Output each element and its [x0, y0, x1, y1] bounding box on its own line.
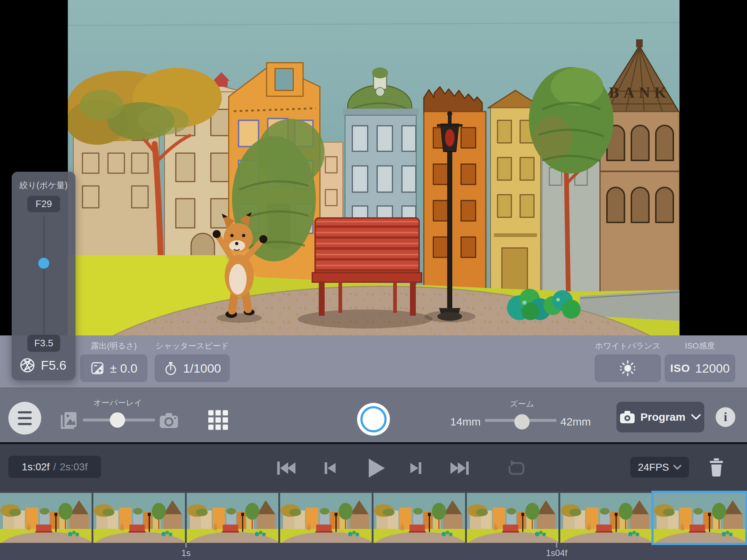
timeline-frame[interactable]	[467, 493, 558, 543]
trash-icon	[709, 458, 724, 477]
timeline-marker-label: 1s	[181, 548, 190, 558]
next-frame-icon	[408, 460, 424, 476]
skip-to-end-button[interactable]	[450, 460, 470, 476]
iso-button[interactable]: ISO 12000	[665, 354, 735, 382]
timecode-divider: /	[53, 461, 56, 473]
loop-playback-button[interactable]	[507, 459, 526, 477]
aperture-panel: 絞り(ボケ量) F29 F3.5 F5.6	[12, 172, 76, 380]
aperture-min-value: F3.5	[27, 335, 60, 352]
exposure-label: 露出(明るさ)	[91, 341, 137, 351]
timeline-frame[interactable]	[187, 493, 278, 543]
overlay-label: オーバーレイ	[93, 397, 142, 408]
overlay-slider-thumb[interactable]	[110, 412, 125, 428]
skip-to-start-button[interactable]	[276, 460, 296, 476]
exposure-compensation-icon	[90, 361, 105, 376]
timeline-frame-selected[interactable]	[654, 493, 745, 543]
timeline-frame[interactable]	[280, 493, 372, 543]
timeline-frame[interactable]	[374, 493, 465, 543]
iso-prefix: ISO	[670, 362, 690, 374]
control-bar: オーバーレイ ズーム 14mm 42mm	[0, 388, 747, 442]
timeline: 1s 1s04f	[0, 491, 747, 560]
aperture-slider-thumb[interactable]	[38, 258, 49, 269]
next-frame-button[interactable]	[408, 460, 424, 476]
aperture-slider-track[interactable]	[43, 215, 45, 335]
shutter-value: 1/1000	[183, 361, 221, 376]
info-button[interactable]: i	[716, 407, 735, 427]
timeline-tick	[556, 543, 557, 548]
exposure-button[interactable]: ± 0.0	[80, 354, 147, 382]
stop-motion-app: BANK	[0, 0, 747, 560]
aperture-icon	[20, 358, 35, 373]
timeline-frame[interactable]	[93, 493, 185, 543]
camera-viewport: BANK	[0, 0, 747, 335]
aperture-current: F5.6	[20, 358, 66, 373]
previous-frame-button[interactable]	[322, 460, 338, 476]
zoom-slider-thumb[interactable]	[514, 414, 530, 429]
zoom-max-value: 42mm	[560, 416, 591, 428]
previous-frame-icon	[322, 460, 338, 476]
info-icon: i	[724, 410, 727, 424]
timeline-frame[interactable]	[560, 493, 652, 543]
record-button[interactable]	[357, 403, 390, 436]
iso-value: 12000	[695, 361, 730, 376]
timeline-frames	[0, 493, 745, 543]
shutter-label: シャッタースピード	[155, 341, 229, 351]
camera-preview-image: BANK	[68, 0, 680, 335]
exposure-value: ± 0.0	[110, 361, 137, 376]
settings-bar: 露出(明るさ) ± 0.0 シャッタースピード	[0, 335, 747, 388]
aperture-panel-title: 絞り(ボケ量)	[20, 180, 68, 191]
fps-value: 24FPS	[638, 462, 669, 473]
aperture-current-value: F5.6	[41, 358, 66, 373]
timecode-display: 1s:02f / 2s:03f	[8, 456, 101, 478]
timeline-tick	[185, 543, 187, 548]
svg-text:BANK: BANK	[609, 84, 670, 101]
menu-button[interactable]	[8, 402, 41, 435]
timecode-total: 2s:03f	[60, 461, 88, 473]
play-button[interactable]	[367, 458, 386, 478]
zoom-label: ズーム	[510, 398, 534, 409]
skip-to-start-icon	[276, 460, 296, 476]
timeline-label-strip: 1s 1s04f	[0, 543, 747, 560]
loop-icon	[507, 459, 526, 477]
iso-label: ISO感度	[685, 341, 715, 351]
aperture-max-value: F29	[27, 196, 60, 212]
white-balance-button[interactable]	[595, 354, 661, 382]
white-balance-label: ホワイトバランス	[595, 341, 661, 351]
shutter-button[interactable]: 1/1000	[155, 354, 230, 382]
timeline-marker-label: 1s04f	[546, 548, 568, 558]
capture-mode-button[interactable]: Program	[616, 402, 704, 432]
capture-mode-label: Program	[640, 411, 685, 423]
play-icon	[367, 458, 386, 478]
skip-to-end-icon	[450, 460, 470, 476]
timeline-frame[interactable]	[0, 493, 92, 543]
timecode-current: 1s:02f	[22, 461, 50, 473]
grid-icon[interactable]	[208, 410, 228, 430]
stopwatch-icon	[163, 361, 178, 376]
overlay-image-icon[interactable]	[58, 410, 79, 431]
playback-bar: 1s:02f / 2s:03f	[0, 444, 747, 491]
camera-mode-icon	[620, 411, 635, 423]
chevron-down-icon	[691, 414, 701, 420]
sun-icon	[619, 360, 636, 377]
delete-frame-button[interactable]	[709, 458, 724, 477]
camera-overlay-icon[interactable]	[159, 412, 179, 429]
fps-selector[interactable]: 24FPS	[630, 457, 689, 478]
zoom-min-value: 14mm	[450, 416, 480, 428]
chevron-down-icon	[673, 465, 681, 470]
